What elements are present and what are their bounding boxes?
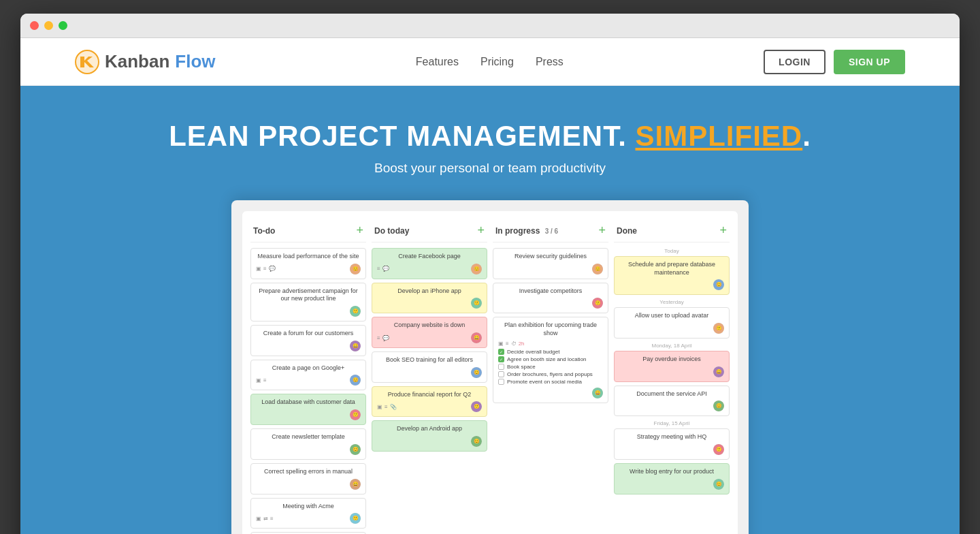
col-add-todo[interactable]: + xyxy=(356,223,363,238)
card-title: Meeting with Acme xyxy=(256,503,361,511)
card-icons: ▣≡📎 xyxy=(377,404,397,410)
card-done-monday-1: Pay overdue invoices 😄 xyxy=(614,351,730,382)
card-todo-4: Create a page on Google+ ▣≡ 😊 xyxy=(250,360,366,391)
card-meta: ▣≡⏱2h xyxy=(498,341,603,347)
card-done-friday-2: Write blog entry for our product 😊 xyxy=(614,463,730,494)
column-inprogress: In progress 3 / 6 + Review security guid… xyxy=(493,219,608,534)
avatar: 🙂 xyxy=(471,298,482,309)
card-footer: 🙂 xyxy=(619,444,724,455)
col-add-done[interactable]: + xyxy=(719,223,727,238)
col-header-todo: To-do + xyxy=(250,219,366,242)
card-footer: 😄 xyxy=(619,366,724,377)
card-title: Create Facebook page xyxy=(377,253,482,261)
logo-icon xyxy=(75,50,99,74)
col-add-inprogress[interactable]: + xyxy=(598,223,606,238)
nav-pricing[interactable]: Pricing xyxy=(480,56,514,68)
subtask-3: Book space xyxy=(498,364,603,370)
hero-title-main: LEAN PROJECT MANAGEMENT. xyxy=(169,120,635,152)
card-todo-1: Measure load performance of the site ▣≡💬… xyxy=(250,248,366,279)
card-done-monday-2: Document the service API 😊 xyxy=(614,386,730,417)
avatar: 😄 xyxy=(592,388,603,398)
avatar: 🙂 xyxy=(592,298,603,309)
avatar: 😄 xyxy=(471,332,482,343)
checkbox-unchecked xyxy=(498,379,504,385)
card-todo-6: Create newsletter template 😊 xyxy=(250,428,366,460)
nav-buttons: LOGIN SIGN UP xyxy=(764,50,905,74)
card-todo-3: Create a forum for our customers 😄 xyxy=(250,325,366,356)
titlebar xyxy=(20,14,960,38)
card-icons: ≡💬 xyxy=(377,335,389,341)
card-todo-8: Meeting with Acme ▣⇄≡ 🙂 xyxy=(250,498,366,529)
card-title: Book SEO training for all editors xyxy=(377,356,482,364)
col-header-inprogress: In progress 3 / 6 + xyxy=(493,219,608,242)
signup-nav-button[interactable]: SIGN UP xyxy=(834,50,905,74)
maximize-dot[interactable] xyxy=(59,21,67,30)
card-dotoday-2: Develop an iPhone app 🙂 xyxy=(372,283,487,314)
card-footer: 😄 xyxy=(256,479,361,490)
card-footer: 😊 xyxy=(377,367,482,378)
avatar: 😊 xyxy=(713,400,724,411)
subtask-label: Promote event on social media xyxy=(507,379,582,385)
section-monday: Monday, 18 April xyxy=(614,343,730,349)
card-title: Prepare advertisement campaign for our n… xyxy=(256,287,361,303)
card-title: Schedule and prepare database maintenanc… xyxy=(619,261,724,277)
card-inprogress-3: Plan exhibition for upcoming trade show … xyxy=(493,317,608,403)
checkbox-checked: ✓ xyxy=(498,349,504,355)
card-title: Document the service API xyxy=(619,390,724,398)
card-title: Strategy meeting with HQ xyxy=(619,433,724,441)
avatar: 😊 xyxy=(350,264,361,274)
card-title: Develop an iPhone app xyxy=(377,287,482,296)
card-footer: ▣≡📎 🙂 xyxy=(377,401,482,412)
card-title: Load database with customer data xyxy=(256,398,361,407)
card-done-yesterday-1: Allow user to upload avatar 🙂 xyxy=(614,307,730,339)
card-footer: 🙂 xyxy=(498,298,603,309)
avatar: 😊 xyxy=(592,264,603,274)
card-title: Create newsletter template xyxy=(256,433,361,441)
card-title: Correct spelling errors in manual xyxy=(256,468,361,476)
subtask-label: Agree on booth size and location xyxy=(507,356,587,362)
hero-title-end: . xyxy=(802,120,811,152)
section-today: Today xyxy=(614,248,730,254)
avatar: 🙂 xyxy=(350,409,361,420)
column-todo: To-do + Measure load performance of the … xyxy=(250,219,366,534)
card-done-friday-1: Strategy meeting with HQ 🙂 xyxy=(614,428,730,460)
section-friday: Friday, 15 April xyxy=(614,420,730,426)
card-footer: 🙂 xyxy=(256,306,361,317)
logo[interactable]: KanbanFlow xyxy=(75,50,216,74)
card-footer: 😊 xyxy=(256,444,361,455)
avatar: 🙂 xyxy=(350,306,361,317)
card-footer: 🙂 xyxy=(377,298,482,309)
card-footer: 😊 xyxy=(377,436,482,447)
card-dotoday-3: Company website is down ≡💬 😄 xyxy=(372,317,487,348)
col-label-inprogress: In progress 3 / 6 xyxy=(495,226,558,236)
login-button[interactable]: LOGIN xyxy=(764,50,826,74)
card-dotoday-4: Book SEO training for all editors 😊 xyxy=(372,351,487,383)
avatar: 😊 xyxy=(471,436,482,447)
section-yesterday: Yesterday xyxy=(614,299,730,305)
nav-features[interactable]: Features xyxy=(416,56,459,68)
card-title: Create a forum for our customers xyxy=(256,330,361,338)
avatar: 😄 xyxy=(350,479,361,490)
card-footer: ≡💬 😄 xyxy=(377,332,482,343)
card-footer: 😊 xyxy=(619,400,724,411)
card-icons: ≡💬 xyxy=(377,266,389,272)
col-header-dotoday: Do today + xyxy=(372,219,487,242)
nav-press[interactable]: Press xyxy=(536,56,564,68)
card-icons: ▣≡ xyxy=(256,377,267,383)
minimize-dot[interactable] xyxy=(44,21,53,30)
navbar: KanbanFlow Features Pricing Press LOGIN … xyxy=(20,38,960,86)
card-footer: ≡💬 😊 xyxy=(377,264,482,274)
avatar: 😄 xyxy=(713,366,724,377)
avatar: 😊 xyxy=(350,444,361,455)
checkbox-unchecked xyxy=(498,364,504,370)
subtask-label: Order brochures, flyers and popups xyxy=(507,371,593,377)
card-todo-5: Load database with customer data 🙂 xyxy=(250,394,366,425)
avatar: 🙂 xyxy=(713,323,724,334)
avatar: 😊 xyxy=(350,375,361,386)
hero-title-highlight: SIMPLIFIED xyxy=(636,120,803,152)
hero-title: LEAN PROJECT MANAGEMENT. SIMPLIFIED. xyxy=(34,120,946,153)
card-dotoday-6: Develop an Android app 😊 xyxy=(372,420,487,452)
col-add-dotoday[interactable]: + xyxy=(477,223,485,238)
avatar: 😄 xyxy=(350,341,361,351)
close-dot[interactable] xyxy=(30,21,39,30)
